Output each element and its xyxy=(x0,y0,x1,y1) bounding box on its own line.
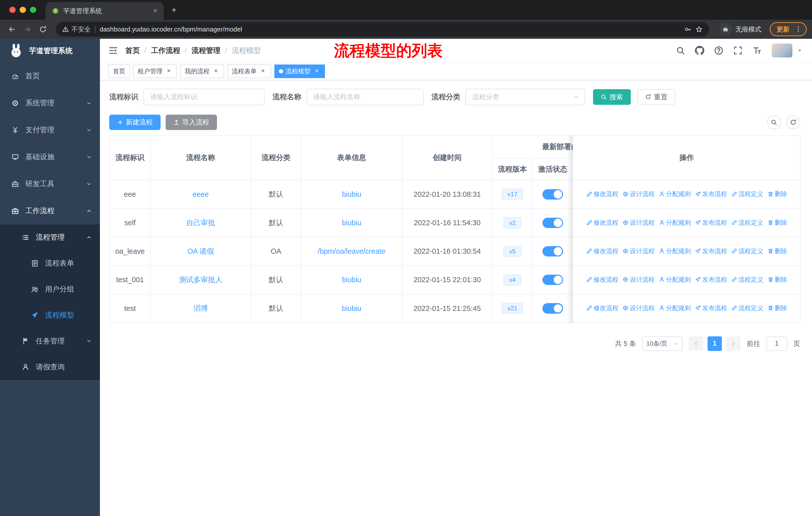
modify-action-link[interactable]: 修改流程 xyxy=(586,304,618,312)
delete-action-link[interactable]: 删除 xyxy=(767,247,787,255)
close-icon[interactable]: × xyxy=(165,67,172,75)
definition-action-link[interactable]: 流程定义 xyxy=(731,304,763,312)
status-toggle[interactable] xyxy=(543,218,563,228)
security-chip[interactable]: 不安全 xyxy=(62,25,91,34)
definition-action-link[interactable]: 流程定义 xyxy=(731,247,763,255)
design-action-link[interactable]: 设计流程 xyxy=(622,190,655,198)
sidebar-item-task-management[interactable]: 任务管理 xyxy=(0,328,100,354)
zoom-window-button[interactable] xyxy=(30,7,36,13)
close-icon[interactable]: × xyxy=(313,67,320,75)
row-form-link[interactable]: biubiu xyxy=(342,190,361,198)
design-action-link[interactable]: 设计流程 xyxy=(622,304,655,312)
avatar[interactable] xyxy=(772,44,792,58)
goto-page-input[interactable] xyxy=(766,336,787,351)
modify-action-link[interactable]: 修改流程 xyxy=(586,247,618,255)
status-toggle[interactable] xyxy=(543,275,563,285)
publish-action-link[interactable]: 发布流程 xyxy=(695,190,727,198)
create-process-button[interactable]: 新建流程 xyxy=(109,115,161,130)
assign-action-link[interactable]: 分配规则 xyxy=(659,247,691,255)
breadcrumb-item[interactable]: 首页 xyxy=(125,46,140,56)
sidebar-item-process-form[interactable]: 流程表单 xyxy=(0,250,100,276)
breadcrumb-item[interactable]: 工作流程 xyxy=(151,46,180,56)
definition-action-link[interactable]: 流程定义 xyxy=(731,218,763,227)
assign-action-link[interactable]: 分配规则 xyxy=(659,190,691,198)
hamburger-icon[interactable] xyxy=(108,46,118,55)
row-form-link[interactable]: biubiu xyxy=(342,304,361,313)
page-size-select[interactable]: 10条/页 xyxy=(642,336,683,351)
publish-action-link[interactable]: 发布流程 xyxy=(695,247,727,255)
definition-action-link[interactable]: 流程定义 xyxy=(731,190,763,198)
tag-process-model[interactable]: 流程模型× xyxy=(274,64,325,78)
breadcrumb-item[interactable]: 流程管理 xyxy=(192,46,221,56)
assign-action-link[interactable]: 分配规则 xyxy=(659,218,691,227)
sidebar-item-workflow[interactable]: 工作流程 xyxy=(0,197,100,224)
assign-action-link[interactable]: 分配规则 xyxy=(659,304,691,312)
close-icon[interactable]: × xyxy=(212,67,220,75)
sidebar-item-leave-query[interactable]: 请假查询 xyxy=(0,354,100,380)
search-icon[interactable] xyxy=(676,46,685,55)
modify-action-link[interactable]: 修改流程 xyxy=(586,190,618,198)
row-form-link[interactable]: biubiu xyxy=(342,276,361,284)
delete-action-link[interactable]: 删除 xyxy=(767,304,787,312)
design-action-link[interactable]: 设计流程 xyxy=(622,218,655,227)
status-toggle[interactable] xyxy=(543,303,563,314)
help-icon[interactable] xyxy=(714,46,723,55)
search-button[interactable]: 搜索 xyxy=(593,89,631,105)
sidebar-item-process-model[interactable]: 流程模型 xyxy=(0,302,100,328)
forward-button[interactable] xyxy=(21,22,34,36)
update-button[interactable]: 更新 xyxy=(770,22,807,36)
sidebar-item-user-group[interactable]: 用户分组 xyxy=(0,276,100,302)
publish-action-link[interactable]: 发布流程 xyxy=(695,304,727,312)
password-key-icon[interactable] xyxy=(684,26,691,33)
address-bar[interactable]: 不安全 dashboard.yudao.iocoder.cn/bpm/manag… xyxy=(56,22,709,36)
toggle-search-button[interactable] xyxy=(767,115,781,130)
status-toggle[interactable] xyxy=(543,189,563,199)
row-name-link[interactable]: eeee xyxy=(193,190,209,198)
tag-home[interactable]: 首页 xyxy=(108,64,130,78)
new-tab-button[interactable]: + xyxy=(167,2,181,17)
sidebar-item-process-management[interactable]: 流程管理 xyxy=(0,224,100,250)
close-window-button[interactable] xyxy=(9,7,16,13)
sidebar-item-system[interactable]: 系统管理 xyxy=(0,90,100,117)
tag-process-form[interactable]: 流程表单× xyxy=(227,64,271,78)
sidebar-item-infrastructure[interactable]: 基础设施 xyxy=(0,144,100,170)
sidebar-item-payment[interactable]: 支付管理 xyxy=(0,117,100,144)
delete-action-link[interactable]: 删除 xyxy=(767,275,787,284)
fullscreen-icon[interactable] xyxy=(733,46,743,55)
row-name-link[interactable]: 滔博 xyxy=(193,304,208,312)
current-page-button[interactable]: 1 xyxy=(707,336,722,351)
design-action-link[interactable]: 设计流程 xyxy=(622,247,655,255)
github-icon[interactable] xyxy=(695,46,704,55)
process-name-input[interactable] xyxy=(307,89,424,105)
next-page-button[interactable] xyxy=(726,336,741,351)
browser-menu-icon[interactable] xyxy=(793,24,804,34)
refresh-table-button[interactable] xyxy=(786,115,800,130)
modify-action-link[interactable]: 修改流程 xyxy=(586,275,618,284)
publish-action-link[interactable]: 发布流程 xyxy=(695,218,727,227)
modify-action-link[interactable]: 修改流程 xyxy=(586,218,618,227)
app-logo[interactable]: 芋道管理系统 xyxy=(0,39,100,63)
row-name-link[interactable]: 测试多审批人 xyxy=(179,276,223,284)
status-toggle[interactable] xyxy=(543,246,563,256)
tag-tenant[interactable]: 租户管理× xyxy=(133,64,177,78)
reset-button[interactable]: 重置 xyxy=(637,89,675,105)
design-action-link[interactable]: 设计流程 xyxy=(622,275,655,284)
reload-button[interactable] xyxy=(36,22,50,36)
row-name-link[interactable]: 自己审批 xyxy=(186,219,215,227)
row-form-link[interactable]: /bpm/oa/leave/create xyxy=(318,247,385,255)
import-process-button[interactable]: 导入流程 xyxy=(166,115,217,130)
process-key-input[interactable] xyxy=(143,89,265,105)
bookmark-star-icon[interactable] xyxy=(695,26,703,33)
publish-action-link[interactable]: 发布流程 xyxy=(695,275,727,284)
prev-page-button[interactable] xyxy=(689,336,703,351)
font-size-icon[interactable] xyxy=(752,46,762,55)
row-name-link[interactable]: OA 请假 xyxy=(187,247,214,255)
minimize-window-button[interactable] xyxy=(20,7,26,13)
category-select[interactable]: 流程分类 xyxy=(465,89,585,105)
delete-action-link[interactable]: 删除 xyxy=(767,190,787,198)
back-button[interactable] xyxy=(5,22,19,36)
row-form-link[interactable]: biubiu xyxy=(342,219,361,227)
delete-action-link[interactable]: 删除 xyxy=(767,218,787,227)
browser-tab[interactable]: 芋道管理系统 × xyxy=(46,2,164,20)
close-tab-icon[interactable]: × xyxy=(151,7,160,15)
